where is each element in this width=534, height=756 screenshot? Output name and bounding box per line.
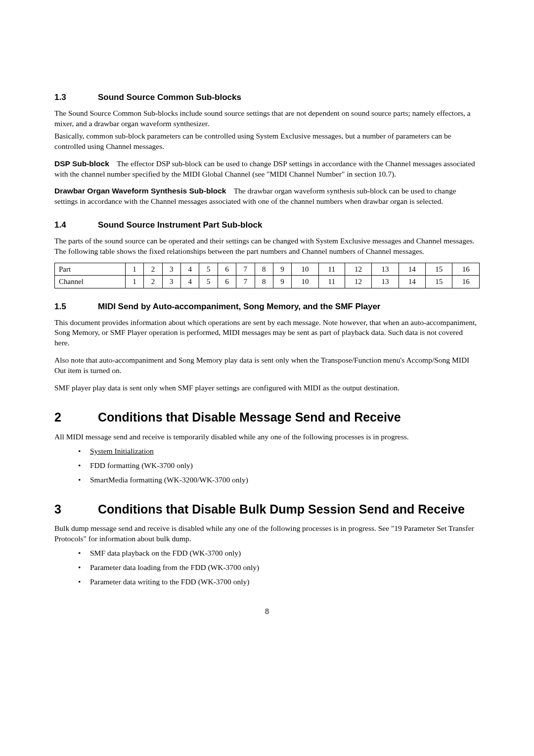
heading-1-3: 1.3Sound Source Common Sub-blocks	[54, 92, 480, 103]
table-cell: 4	[180, 263, 199, 276]
table-cell: 12	[345, 276, 371, 288]
paragraph: Also note that auto-accompaniment and So…	[54, 355, 480, 376]
table-cell: 1	[125, 263, 143, 276]
run-in-head: DSP Sub-block	[54, 159, 109, 168]
heading-num: 1.5	[54, 301, 98, 313]
page-number: 8	[54, 606, 480, 617]
heading-title: Conditions that Disable Bulk Dump Sessio…	[98, 501, 469, 518]
paragraph-text: The effector DSP sub-block can be used t…	[54, 159, 475, 178]
heading-num: 1.4	[54, 220, 98, 231]
table-cell: 13	[372, 276, 399, 288]
paragraph: This document provides information about…	[54, 318, 480, 349]
table-cell: 15	[426, 276, 452, 288]
dsp-sub-block-paragraph: DSP Sub-block The effector DSP sub-block…	[54, 159, 480, 180]
table-cell: 12	[345, 263, 371, 276]
heading-title: Sound Source Instrument Part Sub-block	[98, 220, 262, 230]
table-cell: 7	[236, 263, 255, 276]
table-cell: 6	[218, 276, 236, 288]
table-row: Channel 1 2 3 4 5 6 7 8 9 10 11 12 13 14…	[55, 276, 480, 288]
bullet-list: System Initialization FDD formatting (WK…	[78, 446, 480, 485]
table-cell: 14	[399, 276, 425, 288]
list-item: System Initialization	[78, 446, 480, 457]
paragraph: Bulk dump message send and receive is di…	[54, 523, 480, 544]
table-cell: 10	[292, 276, 318, 288]
table-cell: 9	[273, 263, 291, 276]
list-item-text: Parameter data loading from the FDD (WK-…	[90, 563, 259, 571]
part-channel-table: Part 1 2 3 4 5 6 7 8 9 10 11 12 13 14 15…	[54, 263, 480, 288]
table-cell: 3	[162, 263, 180, 276]
table-cell: 2	[144, 276, 162, 288]
table-cell: 16	[452, 276, 480, 288]
list-item: Parameter data loading from the FDD (WK-…	[78, 563, 480, 573]
run-in-head: Drawbar Organ Waveform Synthesis Sub-blo…	[54, 187, 226, 195]
table-cell: 7	[236, 276, 255, 288]
table-cell: 6	[218, 263, 236, 276]
list-item: Parameter data writing to the FDD (WK-37…	[78, 577, 480, 587]
table-cell: 13	[372, 263, 399, 276]
table-cell: 5	[199, 263, 218, 276]
list-item-text: SMF data playback on the FDD (WK-3700 on…	[90, 549, 241, 557]
list-item: FDD formatting (WK-3700 only)	[78, 461, 480, 471]
row-label: Channel	[55, 276, 126, 288]
list-item: SMF data playback on the FDD (WK-3700 on…	[78, 548, 480, 559]
table-cell: 15	[426, 263, 452, 276]
row-label: Part	[55, 263, 126, 276]
table-cell: 3	[162, 276, 180, 288]
table-cell: 11	[318, 276, 345, 288]
bullet-list: SMF data playback on the FDD (WK-3700 on…	[78, 548, 480, 587]
heading-3: 3Conditions that Disable Bulk Dump Sessi…	[54, 501, 480, 518]
heading-1-5: 1.5MIDI Send by Auto-accompaniment, Song…	[54, 301, 480, 313]
table-cell: 1	[125, 276, 143, 288]
table-cell: 8	[255, 276, 273, 288]
table-cell: 8	[255, 263, 273, 276]
paragraph: SMF player play data is sent only when S…	[54, 383, 480, 393]
paragraph: Basically, common sub-block parameters c…	[54, 131, 480, 152]
heading-num: 3	[54, 501, 98, 518]
table-cell: 11	[318, 263, 345, 276]
heading-title: MIDI Send by Auto-accompaniment, Song Me…	[98, 302, 380, 311]
paragraph: The Sound Source Common Sub-blocks inclu…	[54, 108, 480, 129]
list-item-text: SmartMedia formatting (WK-3200/WK-3700 o…	[90, 475, 248, 484]
heading-title: Sound Source Common Sub-blocks	[98, 93, 241, 102]
heading-num: 1.3	[54, 92, 98, 103]
drawbar-sub-block-paragraph: Drawbar Organ Waveform Synthesis Sub-blo…	[54, 186, 480, 207]
heading-1-4: 1.4Sound Source Instrument Part Sub-bloc…	[54, 220, 480, 231]
table-row: Part 1 2 3 4 5 6 7 8 9 10 11 12 13 14 15…	[55, 263, 480, 276]
table-cell: 16	[452, 263, 480, 276]
paragraph: All MIDI message send and receive is tem…	[54, 432, 480, 442]
list-item-text: FDD formatting (WK-3700 only)	[90, 461, 193, 470]
heading-2: 2Conditions that Disable Message Send an…	[54, 409, 480, 426]
link[interactable]: System Initialization	[90, 447, 154, 455]
table-cell: 10	[292, 263, 318, 276]
table-cell: 9	[273, 276, 291, 288]
heading-num: 2	[54, 409, 98, 426]
table-cell: 2	[144, 263, 162, 276]
list-item-text: Parameter data writing to the FDD (WK-37…	[90, 577, 249, 586]
list-item: SmartMedia formatting (WK-3200/WK-3700 o…	[78, 475, 480, 485]
table-cell: 5	[199, 276, 218, 288]
table-cell: 14	[399, 263, 425, 276]
table-cell: 4	[180, 276, 199, 288]
heading-title: Conditions that Disable Message Send and…	[98, 409, 469, 426]
paragraph: The parts of the sound source can be ope…	[54, 236, 480, 257]
